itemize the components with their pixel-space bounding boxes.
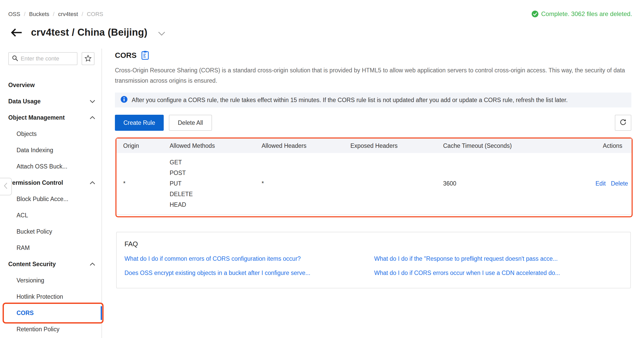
faq-section: FAQ What do I do if common errors of COR…: [116, 232, 631, 288]
faq-link-preflight-request[interactable]: What do I do if the "Response to preflig…: [374, 255, 623, 262]
chevron-left-icon: [4, 182, 8, 191]
annotation-box-cors-table: Origin Allowed Methods Allowed Headers E…: [115, 137, 633, 217]
breadcrumb-bucket-name[interactable]: crv4test: [58, 11, 78, 18]
cors-rules-table: Origin Allowed Methods Allowed Headers E…: [116, 139, 632, 215]
chevron-up-icon: [90, 116, 95, 119]
info-icon: [121, 96, 128, 104]
col-actions: Actions: [595, 142, 632, 149]
cors-description: Cross-Origin Resource Sharing (CORS) is …: [115, 65, 626, 86]
breadcrumb-separator: /: [82, 11, 83, 18]
table-row: * GET POST PUT DELETE HEAD * 3600 Edit D…: [116, 153, 632, 215]
sidebar-item-data-usage[interactable]: Data Usage: [0, 93, 101, 110]
faq-title: FAQ: [124, 240, 623, 248]
search-icon: [12, 55, 18, 62]
section-title: CORS: [115, 51, 137, 60]
sidebar-item-acl[interactable]: ACL: [0, 207, 101, 224]
chevron-down-icon[interactable]: [158, 29, 166, 36]
favorites-star-button[interactable]: [82, 52, 95, 65]
breadcrumb-separator: /: [53, 11, 54, 18]
status-toast: Complete. 3062 files are deleted.: [531, 10, 632, 18]
clipboard-doc-icon[interactable]: [141, 51, 149, 60]
refresh-button[interactable]: [615, 115, 631, 131]
col-allowed-methods: Allowed Methods: [170, 142, 262, 149]
sidebar-item-bucket-policy[interactable]: Bucket Policy: [0, 224, 101, 240]
search-input[interactable]: [21, 55, 74, 62]
sidebar-item-versioning[interactable]: Versioning: [0, 272, 101, 289]
breadcrumb-buckets[interactable]: Buckets: [29, 11, 49, 18]
sidebar: Overview Data Usage Object Management Ob…: [0, 49, 102, 338]
faq-link-oss-encrypt-objects[interactable]: Does OSS encrypt existing objects in a b…: [124, 270, 374, 276]
back-arrow-icon[interactable]: [10, 27, 22, 38]
cell-origin: *: [116, 180, 170, 187]
cell-actions: Edit Delete: [595, 180, 637, 187]
active-indicator-bar: [101, 306, 102, 320]
table-header-row: Origin Allowed Methods Allowed Headers E…: [116, 139, 632, 153]
success-check-icon: [531, 10, 539, 18]
col-origin: Origin: [116, 142, 170, 149]
page-header: crv4test / China (Beijing): [10, 27, 166, 38]
cell-allowed-headers: *: [262, 180, 350, 187]
sidebar-item-ram[interactable]: RAM: [0, 240, 101, 256]
cell-allowed-methods: GET POST PUT DELETE HEAD: [170, 157, 262, 210]
sidebar-collapse-handle[interactable]: [0, 178, 12, 195]
breadcrumb-separator: /: [24, 11, 25, 18]
sidebar-item-cors[interactable]: CORS: [0, 305, 101, 321]
refresh-icon: [619, 118, 627, 127]
delete-link[interactable]: Delete: [611, 180, 628, 187]
create-rule-button[interactable]: Create Rule: [115, 115, 164, 131]
sidebar-item-hotlink-protection[interactable]: Hotlink Protection: [0, 289, 101, 305]
col-allowed-headers: Allowed Headers: [262, 142, 350, 149]
breadcrumb-oss[interactable]: OSS: [8, 11, 20, 18]
sidebar-item-attach-oss-bucket[interactable]: Attach OSS Buck...: [0, 158, 101, 175]
sidebar-item-retention-policy[interactable]: Retention Policy: [0, 321, 101, 337]
sidebar-item-overview[interactable]: Overview: [0, 77, 101, 93]
status-text: Complete. 3062 files are deleted.: [541, 10, 632, 18]
col-exposed-headers: Exposed Headers: [350, 142, 443, 149]
main-content: CORS Cross-Origin Resource Sharing (CORS…: [115, 51, 631, 288]
chevron-up-icon: [90, 263, 95, 266]
page-title: crv4test / China (Beijing): [31, 27, 147, 38]
col-cache-timeout: Cache Timeout (Seconds): [443, 142, 595, 149]
sidebar-nav: Overview Data Usage Object Management Ob…: [0, 77, 101, 337]
faq-link-cdn-cors-errors[interactable]: What do I do if CORS errors occur when I…: [374, 270, 623, 276]
star-icon: [84, 55, 92, 63]
chevron-up-icon: [90, 181, 95, 185]
breadcrumb-current: CORS: [87, 11, 103, 18]
faq-link-cors-config-errors[interactable]: What do I do if common errors of CORS co…: [124, 255, 374, 262]
sidebar-item-data-indexing[interactable]: Data Indexing: [0, 142, 101, 158]
chevron-down-icon: [90, 100, 95, 103]
sidebar-item-object-management[interactable]: Object Management: [0, 110, 101, 126]
info-banner: After you configure a CORS rule, the rul…: [115, 93, 631, 107]
cell-cache-timeout: 3600: [443, 180, 595, 187]
sidebar-search: [8, 52, 77, 65]
sidebar-item-block-public-access[interactable]: Block Public Acce...: [0, 191, 101, 207]
info-banner-text: After you configure a CORS rule, the rul…: [132, 97, 568, 104]
breadcrumb: OSS / Buckets / crv4test / CORS: [8, 11, 103, 18]
edit-link[interactable]: Edit: [595, 180, 606, 187]
sidebar-item-content-security[interactable]: Content Security: [0, 256, 101, 272]
delete-all-button[interactable]: Delete All: [169, 115, 212, 131]
sidebar-item-objects[interactable]: Objects: [0, 126, 101, 142]
sidebar-item-permission-control[interactable]: Permission Control: [0, 175, 101, 191]
